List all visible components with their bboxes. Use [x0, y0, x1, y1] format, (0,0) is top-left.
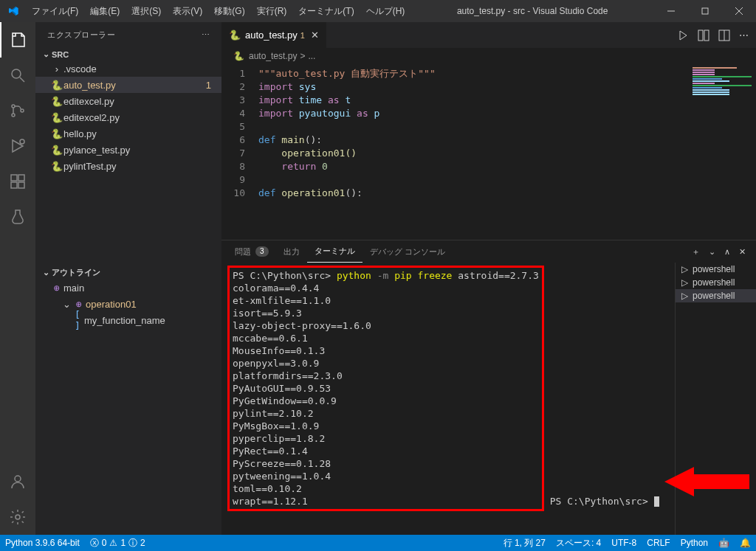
status-language[interactable]: Python	[676, 535, 713, 551]
function-icon: ⊕	[50, 283, 63, 294]
svg-point-14	[15, 476, 21, 482]
python-icon: 🐍	[229, 30, 241, 41]
activity-testing[interactable]	[0, 199, 35, 235]
svg-rect-12	[11, 182, 17, 188]
status-encoding[interactable]: UTF-8	[606, 535, 642, 551]
outline-label: アウトライン	[52, 267, 100, 278]
terminal-list-item[interactable]: ▷powershell	[676, 263, 756, 276]
status-eol[interactable]: CRLF	[642, 535, 675, 551]
menu-help[interactable]: ヘルプ(H)	[360, 0, 411, 22]
python-icon: 🐍	[50, 112, 63, 123]
tab-close-icon[interactable]: ✕	[311, 30, 319, 41]
outline-operation01[interactable]: ⌄⊕operation01	[35, 296, 221, 312]
terminal-dropdown-icon[interactable]: ⌄	[704, 247, 720, 257]
svg-rect-1	[702, 8, 708, 14]
activity-settings[interactable]	[0, 499, 35, 535]
tab-bar: 🐍 auto_test.py 1 ✕ ⋯	[221, 22, 756, 48]
compare-changes-icon[interactable]	[698, 30, 709, 41]
chevron-down-icon: ⌄	[40, 268, 52, 277]
menu-edit[interactable]: 編集(E)	[84, 0, 126, 22]
activity-accounts[interactable]	[0, 464, 35, 499]
terminal[interactable]: PS C:\Python\src> python -m pip freeze a…	[221, 263, 675, 535]
menu-run[interactable]: 実行(R)	[251, 0, 293, 22]
explorer-root-label: SRC	[52, 50, 69, 59]
activity-explorer[interactable]	[0, 22, 35, 58]
panel-tab-terminal[interactable]: ターミナル	[307, 240, 362, 263]
tab-auto-test[interactable]: 🐍 auto_test.py 1 ✕	[221, 22, 327, 48]
python-icon: 🐍	[50, 96, 63, 107]
status-bar: Python 3.9.6 64-bit ⓧ0⚠1ⓘ2 行 1, 列 27 スペー…	[0, 535, 756, 551]
close-panel-icon[interactable]: ✕	[735, 247, 750, 257]
sidebar-more-icon[interactable]: ⋯	[202, 30, 210, 40]
terminal-icon: ▷	[681, 277, 688, 288]
tab-name: auto_test.py	[245, 30, 298, 41]
line-numbers: 12345678910	[221, 64, 258, 240]
panel-tab-debug[interactable]: デバッグ コンソール	[362, 240, 453, 263]
menubar: ファイル(F) 編集(E) 選択(S) 表示(V) 移動(G) 実行(R) ター…	[26, 0, 410, 22]
activity-extensions[interactable]	[0, 164, 35, 199]
terminal-list-item[interactable]: ▷powershell	[676, 276, 756, 289]
breadcrumb[interactable]: 🐍 auto_test.py > ...	[221, 48, 756, 64]
svg-point-9	[20, 139, 24, 144]
activity-run[interactable]	[0, 128, 35, 164]
highlighted-terminal-output: PS C:\Python\src> python -m pip freeze a…	[227, 266, 544, 511]
more-actions-icon[interactable]: ⋯	[739, 30, 749, 41]
status-problems[interactable]: ⓧ0⚠1ⓘ2	[85, 535, 151, 551]
file-editexcel[interactable]: 🐍editexcel.py	[35, 93, 221, 109]
activity-search[interactable]	[0, 58, 35, 93]
problems-badge: 3	[255, 246, 269, 257]
panel-tab-output[interactable]: 出力	[276, 240, 307, 263]
outline-my-function-name[interactable]: [ ]my_function_name	[35, 312, 221, 328]
terminal-list-item[interactable]: ▷powershell	[676, 289, 756, 302]
activity-scm[interactable]	[0, 93, 35, 128]
status-feedback-icon[interactable]: 🤖	[713, 535, 735, 551]
code-content[interactable]: """auto_test.py 自動実行テスト""" import sys im…	[258, 64, 756, 240]
info-icon: ⓘ	[128, 537, 137, 550]
file-hello[interactable]: 🐍hello.py	[35, 125, 221, 142]
python-icon: 🐍	[50, 161, 63, 172]
status-line-col[interactable]: 行 1, 列 27	[498, 535, 551, 551]
sidebar-header: エクスプローラー	[47, 30, 115, 41]
close-button[interactable]	[722, 0, 756, 22]
editor-area: 🐍 auto_test.py 1 ✕ ⋯ 🐍 auto_test.py > ..…	[221, 22, 756, 535]
menu-go[interactable]: 移動(G)	[208, 0, 250, 22]
split-editor-icon[interactable]	[718, 30, 730, 41]
status-python[interactable]: Python 3.9.6 64-bit	[0, 535, 85, 551]
status-notifications-icon[interactable]: 🔔	[735, 535, 756, 551]
python-icon: 🐍	[50, 128, 63, 139]
maximize-button[interactable]	[688, 0, 722, 22]
outline-main[interactable]: ⊕main	[35, 280, 221, 296]
file-auto-test[interactable]: 🐍auto_test.py1	[35, 77, 221, 93]
minimize-button[interactable]	[654, 0, 688, 22]
file-pylance-test[interactable]: 🐍pylance_test.py	[35, 142, 221, 158]
error-icon: ⓧ	[90, 537, 99, 550]
editor-body[interactable]: 12345678910 """auto_test.py 自動実行テスト""" i…	[221, 64, 756, 240]
file-pylint-test[interactable]: 🐍pylintTest.py	[35, 158, 221, 174]
menu-selection[interactable]: 選択(S)	[126, 0, 167, 22]
svg-rect-16	[698, 30, 703, 41]
file-tree: ›.vscode 🐍auto_test.py1 🐍editexcel.py 🐍e…	[35, 60, 221, 174]
menu-terminal[interactable]: ターミナル(T)	[292, 0, 360, 22]
status-spaces[interactable]: スペース: 4	[551, 535, 606, 551]
activity-bar	[0, 22, 35, 535]
maximize-panel-icon[interactable]: ∧	[720, 247, 735, 257]
panel-tab-problems[interactable]: 問題3	[227, 240, 276, 263]
svg-rect-17	[704, 30, 709, 41]
folder-vscode[interactable]: ›.vscode	[35, 60, 221, 77]
svg-point-4	[12, 69, 21, 78]
file-editexcel2[interactable]: 🐍editexcel2.py	[35, 109, 221, 125]
explorer-root[interactable]: ⌄ SRC	[35, 48, 221, 60]
menu-view[interactable]: 表示(V)	[167, 0, 208, 22]
chevron-down-icon: ⌄	[61, 299, 72, 310]
titlebar: ファイル(F) 編集(E) 選択(S) 表示(V) 移動(G) 実行(R) ター…	[0, 0, 756, 22]
sidebar: エクスプローラー ⋯ ⌄ SRC ›.vscode 🐍auto_test.py1…	[35, 22, 221, 535]
outline-header[interactable]: ⌄ アウトライン	[35, 266, 221, 280]
svg-line-5	[20, 77, 24, 82]
terminal-cursor	[654, 496, 659, 507]
vscode-icon	[0, 5, 26, 17]
menu-file[interactable]: ファイル(F)	[26, 0, 84, 22]
run-button[interactable]	[677, 30, 689, 41]
new-terminal-icon[interactable]: ＋	[687, 246, 704, 257]
svg-rect-11	[18, 175, 24, 181]
window-title: auto_test.py - src - Visual Studio Code	[410, 6, 654, 16]
